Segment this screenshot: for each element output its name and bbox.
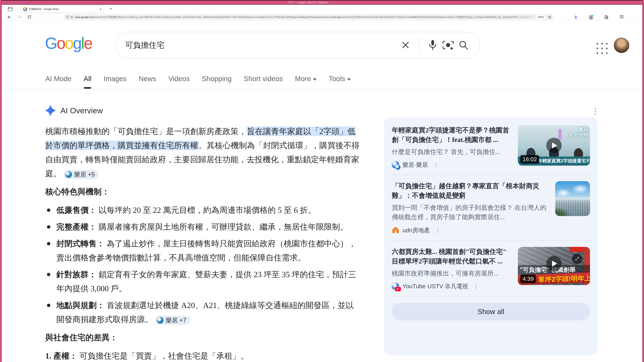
more-options-icon[interactable]: ⋮ <box>435 227 440 233</box>
tab-close-icon[interactable]: ✕ <box>100 8 102 11</box>
source-card: 「可負擔住宅」越住越窮？專家直言「根本財商災難」：不會增值就是變窮 買到一間「不… <box>392 181 590 234</box>
google-lens-icon[interactable] <box>440 40 456 50</box>
list-item: 低廉售價： 以每坪約 20 至 22 萬元目標，約為周邊市場價格的 5 至 6 … <box>45 203 360 217</box>
more-options-icon[interactable]: ⋮ <box>433 162 438 168</box>
numbered-item: 1. 產權： 可負擔住宅是「買賣」，社會住宅是「承租」。 <box>45 349 360 362</box>
card-snippet: 桃園市政府準備推出，可擁有房屋所... <box>392 269 509 278</box>
source-label: udn房地產 <box>402 226 430 234</box>
google-logo[interactable]: Google <box>45 35 92 52</box>
search-box[interactable]: 可負擔住宅 <box>115 32 480 58</box>
voice-search-mic-icon[interactable] <box>425 39 440 51</box>
source-card: 年輕家庭買2字頭捷運宅不是夢？桃園首創「可負擔住宅」！feat.桃園市都 ...… <box>392 125 590 169</box>
tab-tools[interactable]: Tools <box>329 75 351 83</box>
tab-bar: 可負擔住宅 - Google Searc ✕ + <box>1 5 643 13</box>
article-thumbnail[interactable] <box>555 181 590 216</box>
card-title[interactable]: 年輕家庭買2字頭捷運宅不是夢？桃園首創「可負擔住宅」！feat.桃園市都 ... <box>392 125 509 144</box>
ai-overview-sources-panel: 年輕家庭買2字頭捷運宅不是夢？桃園首創「可負擔住宅」！feat.桃園市都 ...… <box>384 117 598 355</box>
more-options-icon[interactable]: ⋮ <box>474 283 479 289</box>
card-source-row: YouTube·USTV 非凡電視 ⋮ <box>392 282 509 290</box>
ai-overview-header: AI Overview <box>45 104 103 117</box>
new-tab-button[interactable]: + <box>110 6 112 11</box>
source-label: 樂居·樂居 <box>402 161 428 169</box>
video-thumbnail[interactable]: 樂居房市大空 年輕家庭買2字頭捷運宅不是夢？ 16:02 <box>518 125 590 166</box>
header-divider <box>1 89 643 89</box>
source-card: 六都買房太難... 桃園首創"可負擔住宅" 目標單坪2字頭讓年輕世代鬆口氣不 .… <box>392 247 590 290</box>
play-button-icon[interactable] <box>546 256 562 271</box>
card-divider <box>392 296 590 297</box>
card-title[interactable]: 六都買房太難... 桃園首創"可負擔住宅" 目標單坪2字頭讓年輕世代鬆口氣不 .… <box>392 247 509 266</box>
youtube-favicon-icon <box>392 283 400 290</box>
search-magnifier-icon[interactable] <box>456 40 471 50</box>
zoom-level-badge[interactable]: 300% <box>536 15 546 19</box>
downloads-icon[interactable] <box>574 15 578 20</box>
google-apps-grid-icon[interactable] <box>595 41 609 55</box>
video-thumbnail[interactable]: ⤢ "可負擔宅" 桃園創舉 單坪2字頭!明年上路 4:39 <box>518 247 590 285</box>
extensions-puzzle-icon[interactable] <box>604 15 608 20</box>
search-query-input[interactable]: 可負擔住宅 <box>125 40 398 50</box>
tab-short-videos[interactable]: Short videos <box>244 75 283 83</box>
card-divider <box>392 175 590 175</box>
browser-tab[interactable]: 可負擔住宅 - Google Searc ✕ <box>21 5 104 13</box>
ai-sparkle-icon <box>45 104 56 117</box>
tab-videos[interactable]: Videos <box>168 75 190 83</box>
forward-icon[interactable] <box>17 15 22 20</box>
expand-icon[interactable]: ⤢ <box>572 254 582 264</box>
tab-images[interactable]: Images <box>104 75 126 83</box>
lock-icon[interactable] <box>70 15 73 19</box>
list-item: 封閉式轉售： 為了遏止炒作，屋主日後轉售時只能賣回給政府（桃園市住都中心），賣出… <box>45 237 360 265</box>
reload-icon[interactable] <box>27 15 32 20</box>
ai-overview-body: 桃園市積極推動的「可負擔住宅」是一項創新房產政策，旨在讓青年家庭以「2字頭」低於… <box>45 124 360 362</box>
google-favicon-icon <box>23 7 27 11</box>
card-source-row: udn房地產 ⋮ <box>392 226 548 234</box>
card-snippet: 買到一間「不會增值」的房子到底會怎樣？ 在台灣人的傳統觀念裡，買房子除了能夠實際… <box>392 203 548 222</box>
url-text: www.google.com/search?q=可負擔住宅&num=10&sca… <box>75 15 536 19</box>
source-chip[interactable]: 樂居 +7 <box>155 316 190 325</box>
browser-window: ????? – Google Search ? Nightly 可負擔住宅 - … <box>0 0 644 362</box>
profile-avatar[interactable] <box>614 37 629 53</box>
play-button-icon[interactable] <box>546 138 562 153</box>
ai-overview-menu-icon[interactable]: ⋮ <box>592 106 599 116</box>
window-border-left <box>0 0 2 362</box>
thumbnail-label <box>558 129 562 140</box>
search-divider <box>419 37 419 53</box>
search-result-tabs: AI Mode All Images News Videos Shopping … <box>45 75 351 83</box>
navigation-toolbar: www.google.com/search?q=可負擔住宅&num=10&sca… <box>1 13 643 21</box>
window-titlebar[interactable]: ????? – Google Search ? Nightly <box>0 0 644 5</box>
bookmark-star-icon[interactable] <box>548 15 552 19</box>
window-border-right <box>642 0 644 362</box>
tab-news[interactable]: News <box>139 75 156 83</box>
back-icon[interactable] <box>7 15 12 20</box>
ai-overview-title: AI Overview <box>60 106 103 115</box>
list-item: 針對族群： 鎖定育有子女的青年家庭、雙薪夫妻，提供 23 坪至 35 坪的住宅，… <box>45 268 360 296</box>
udn-house-icon <box>392 226 400 234</box>
tab-more[interactable]: More <box>295 75 317 83</box>
features-list: 低廉售價： 以每坪約 20 至 22 萬元目標，約為周邊市場價格的 5 至 6 … <box>45 203 360 327</box>
tab-all[interactable]: All <box>84 75 92 83</box>
show-all-button[interactable]: Show all <box>392 303 590 321</box>
video-duration-badge: 4:39 <box>520 275 536 283</box>
account-icon[interactable] <box>589 15 593 20</box>
url-bar[interactable]: www.google.com/search?q=可負擔住宅&num=10&sca… <box>64 14 553 20</box>
thumbnail-news-logo <box>570 247 584 252</box>
tab-shopping[interactable]: Shopping <box>202 75 232 83</box>
leju-favicon-icon <box>392 161 400 169</box>
clear-search-icon[interactable] <box>398 40 413 50</box>
firefox-view-icon[interactable] <box>8 7 13 11</box>
tab-ai-mode[interactable]: AI Mode <box>45 75 72 83</box>
leju-favicon-icon <box>157 317 164 324</box>
difference-heading: 與社會住宅的差異： <box>45 331 360 345</box>
card-divider <box>392 241 590 241</box>
thumbnail-brand: 樂居房市大空 <box>568 127 588 138</box>
list-item: 地點與規劃： 首波規劃選址於機捷 A20、A21、桃捷綠線等交通樞紐的開發區，並… <box>45 298 360 327</box>
card-snippet: 什麼是可負擔住宅？ 首先，可負擔住... <box>392 147 509 157</box>
shield-icon[interactable] <box>66 15 69 19</box>
card-source-row: 樂居·樂居 ⋮ <box>392 161 509 169</box>
leju-favicon-icon <box>65 171 72 178</box>
tab-title: 可負擔住宅 - Google Searc <box>29 7 98 11</box>
list-item: 完整產權： 購屋者擁有房屋與土地所有權，可辦理貸款、繼承，無居住年限限制。 <box>45 220 360 234</box>
source-chip[interactable]: 樂居 +5 <box>64 170 98 179</box>
chevron-down-icon <box>347 78 351 81</box>
menu-hamburger-icon[interactable] <box>620 15 624 19</box>
card-title[interactable]: 「可負擔住宅」越住越窮？專家直言「根本財商災難」：不會增值就是變窮 <box>392 181 548 200</box>
chevron-down-icon <box>313 78 317 81</box>
